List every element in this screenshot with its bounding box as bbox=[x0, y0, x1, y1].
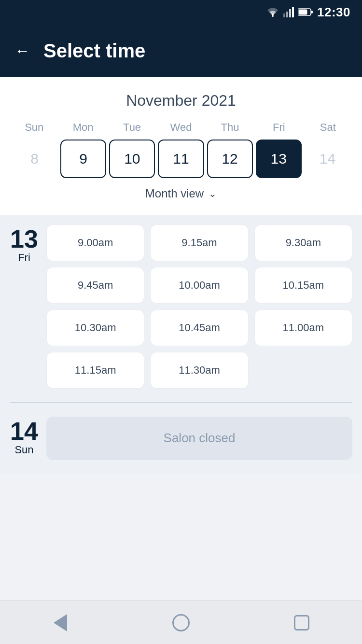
day-14-name: Sun bbox=[14, 444, 33, 456]
day-13-slots: 9.00am 9.15am 9.30am 9.45am 10.00am 10.1… bbox=[46, 224, 352, 389]
page-title: Select time bbox=[43, 40, 145, 62]
slot-930am[interactable]: 9.30am bbox=[254, 224, 352, 261]
svg-rect-7 bbox=[311, 11, 313, 14]
home-circle-icon bbox=[172, 614, 190, 631]
svg-rect-4 bbox=[292, 7, 294, 17]
weekday-sat: Sat bbox=[304, 121, 352, 134]
weekday-tue: Tue bbox=[108, 121, 156, 134]
day-14-label: 14 Sun bbox=[10, 417, 39, 456]
status-time: 12:30 bbox=[317, 5, 350, 20]
nav-back-button[interactable] bbox=[48, 611, 72, 635]
day-14-number: 14 bbox=[10, 419, 38, 444]
status-bar: 12:30 bbox=[0, 0, 362, 24]
day-14[interactable]: 14 bbox=[305, 140, 350, 178]
day-13-label: 13 Fri bbox=[10, 224, 39, 389]
slot-1030am[interactable]: 10.30am bbox=[46, 309, 144, 346]
day-13[interactable]: 13 bbox=[256, 140, 302, 178]
weekday-fri: Fri bbox=[254, 121, 303, 134]
section-divider bbox=[10, 402, 352, 403]
slot-1015am[interactable]: 10.15am bbox=[254, 267, 352, 304]
svg-rect-3 bbox=[289, 9, 291, 17]
slot-1100am[interactable]: 11.00am bbox=[254, 309, 352, 346]
status-icons: 12:30 bbox=[266, 5, 350, 20]
nav-recents-button[interactable] bbox=[290, 611, 314, 635]
slot-1130am[interactable]: 11.30am bbox=[150, 352, 248, 389]
bottom-navigation bbox=[0, 601, 362, 644]
weekday-headers: Sun Mon Tue Wed Thu Fri Sat bbox=[10, 121, 352, 134]
slot-945am[interactable]: 9.45am bbox=[46, 267, 144, 304]
slot-1045am[interactable]: 10.45am bbox=[150, 309, 248, 346]
app-header: ← Select time bbox=[0, 24, 362, 77]
day-11[interactable]: 11 bbox=[158, 140, 204, 178]
salon-closed-message: Salon closed bbox=[46, 417, 352, 460]
nav-home-button[interactable] bbox=[169, 611, 193, 635]
day-12[interactable]: 12 bbox=[207, 140, 253, 178]
day-13-name: Fri bbox=[18, 252, 30, 264]
month-year-label: November 2021 bbox=[10, 92, 352, 110]
back-button[interactable]: ← bbox=[14, 43, 30, 58]
weekday-thu: Thu bbox=[206, 121, 254, 134]
weekday-sun: Sun bbox=[10, 121, 58, 134]
svg-rect-1 bbox=[283, 14, 285, 17]
svg-rect-6 bbox=[299, 10, 307, 15]
slot-900am[interactable]: 9.00am bbox=[46, 224, 144, 261]
svg-point-0 bbox=[272, 15, 274, 17]
signal-icon bbox=[283, 7, 294, 17]
back-triangle-icon bbox=[54, 614, 67, 631]
slot-915am[interactable]: 9.15am bbox=[150, 224, 248, 261]
days-row: 8 9 10 11 12 13 14 bbox=[10, 140, 352, 178]
slot-1000am[interactable]: 10.00am bbox=[150, 267, 248, 304]
chevron-down-icon: ⌄ bbox=[209, 188, 217, 199]
svg-rect-2 bbox=[286, 12, 288, 17]
day-9[interactable]: 9 bbox=[60, 140, 106, 178]
day-10[interactable]: 10 bbox=[109, 140, 155, 178]
weekday-wed: Wed bbox=[156, 121, 205, 134]
battery-icon bbox=[298, 8, 313, 16]
day-14-block: 14 Sun Salon closed bbox=[10, 417, 352, 460]
day-8[interactable]: 8 bbox=[12, 140, 57, 178]
recents-square-icon bbox=[294, 615, 309, 630]
month-view-toggle[interactable]: Month view ⌄ bbox=[10, 178, 352, 205]
slot-1115am[interactable]: 11.15am bbox=[46, 352, 144, 389]
weekday-mon: Mon bbox=[58, 121, 107, 134]
month-view-label: Month view bbox=[145, 187, 204, 200]
time-section: 13 Fri 9.00am 9.15am 9.30am 9.45am 10.00… bbox=[0, 215, 362, 475]
calendar-section: November 2021 Sun Mon Tue Wed Thu Fri Sa… bbox=[0, 77, 362, 215]
wifi-icon bbox=[266, 7, 279, 17]
day-13-number: 13 bbox=[10, 226, 38, 252]
day-13-block: 13 Fri 9.00am 9.15am 9.30am 9.45am 10.00… bbox=[10, 224, 352, 389]
